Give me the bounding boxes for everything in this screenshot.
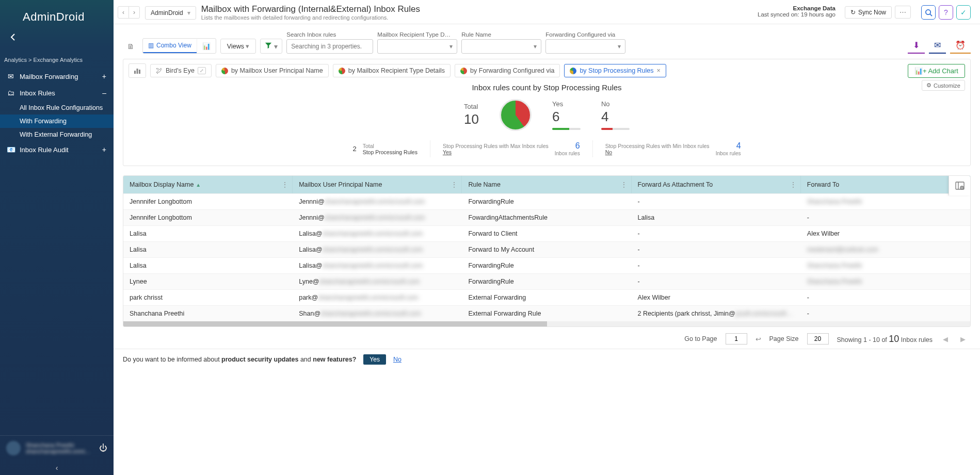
filter2-select[interactable]: ▾ <box>461 39 541 54</box>
bird-icon: 🕊 <box>156 67 163 74</box>
sync-icon: ↻ <box>850 9 856 16</box>
expand-icon[interactable]: + <box>102 72 106 80</box>
nav-icon: 📧 <box>6 145 15 154</box>
table-column-header[interactable]: Forward As Attachment To⋮ <box>632 176 801 193</box>
column-toggle-button[interactable] <box>949 176 970 195</box>
table-column-header[interactable]: Mailbox User Principal Name⋮ <box>293 176 462 193</box>
table-column-header[interactable]: Rule Name⋮ <box>462 176 631 193</box>
expand-icon[interactable]: ⤢ <box>198 67 206 74</box>
cell: Jennni@shanchanapreethi.onmicrosoft.com <box>293 210 462 225</box>
tab-by-stop-processing[interactable]: by Stop Processing Rules × <box>564 64 666 77</box>
cell: Shanchana Preethi <box>801 258 970 273</box>
next-page-button[interactable]: ▶ <box>958 335 968 343</box>
goto-page-input[interactable] <box>726 333 747 345</box>
filter-button[interactable]: ▾ <box>260 39 282 54</box>
cell: Shanchana Preethi <box>801 274 970 289</box>
sidebar-item[interactable]: 🗂Inbox Rules– <box>0 85 114 101</box>
doc-icon-button[interactable]: 🗎 <box>123 39 138 54</box>
cell: Lalisa <box>632 210 801 225</box>
help-icon[interactable]: ? <box>939 5 953 20</box>
column-menu-icon[interactable]: ⋮ <box>790 181 796 188</box>
gear-icon: ⚙ <box>926 82 931 89</box>
svg-line-1 <box>930 14 932 16</box>
tab-by-recipient-type[interactable]: by Mailbox Recipient Type Details <box>333 64 451 77</box>
newsletter-no-link[interactable]: No <box>393 356 401 363</box>
history-forward-button[interactable]: › <box>129 7 139 18</box>
cell: park@shanchanapreethi.onmicrosoft.com <box>293 290 462 305</box>
tab-birds-eye[interactable]: 🕊 Bird's Eye ⤢ <box>150 64 212 77</box>
pie-chart-icon <box>221 68 228 74</box>
table-row[interactable]: Jennnifer LongbottomJennni@shanchanapree… <box>123 193 970 209</box>
check-icon[interactable]: ✓ <box>956 5 971 20</box>
sidebar-item[interactable]: 📧Inbox Rule Audit+ <box>0 141 114 158</box>
sync-now-button[interactable]: ↻ Sync Now <box>845 6 892 19</box>
page-size-input[interactable] <box>807 333 829 345</box>
prev-page-button[interactable]: ◀ <box>941 335 950 343</box>
user-avatar[interactable] <box>6 441 21 455</box>
more-button[interactable]: ⋯ <box>895 6 911 19</box>
sidebar-sub-item[interactable]: With Forwarding <box>0 114 114 128</box>
search-icon[interactable] <box>921 5 936 20</box>
table-header-row: Mailbox Display Name▲⋮Mailbox User Princ… <box>123 176 970 193</box>
search-input[interactable] <box>286 39 373 54</box>
download-button[interactable]: ⬇ <box>908 38 925 54</box>
tab-by-upn[interactable]: by Mailbox User Principal Name <box>216 64 329 77</box>
table-row[interactable]: LalisaLalisa@shanchanapreethi.onmicrosof… <box>123 257 970 273</box>
sidebar-collapse-button[interactable]: ‹ <box>0 461 114 475</box>
newsletter-yes-button[interactable]: Yes <box>363 354 386 365</box>
table-row[interactable]: LalisaLalisa@shanchanapreethi.onmicrosof… <box>123 241 970 257</box>
combo-view-button[interactable]: ▥ Combo View <box>143 39 197 53</box>
table-row[interactable]: Shanchana PreethiShan@shanchanapreethi.o… <box>123 305 970 321</box>
table-row[interactable]: park chrisstpark@shanchanapreethi.onmicr… <box>123 289 970 305</box>
column-menu-icon[interactable]: ⋮ <box>282 181 288 188</box>
chart-yes-value: 6 <box>552 109 581 125</box>
cell: 2 Recipients (park chrisst, Jimin@youth.… <box>632 306 801 321</box>
chart-view-toggle[interactable]: 📊 <box>197 39 216 53</box>
chart-bar-icon-button[interactable] <box>128 63 146 78</box>
breadcrumb-pill[interactable]: AdminDroid ▾ <box>145 6 196 20</box>
close-tab-icon[interactable]: × <box>657 67 661 74</box>
page-title: Mailbox with Forwarding (Internal&Extern… <box>201 4 752 14</box>
filter3-select[interactable]: ▾ <box>545 39 625 54</box>
horizontal-scrollbar[interactable] <box>123 321 970 326</box>
expand-icon[interactable]: + <box>102 145 106 154</box>
schedule-button[interactable]: ⏰ <box>950 38 971 54</box>
cell: - <box>801 306 970 321</box>
nav-icon: 🗂 <box>6 89 15 97</box>
cell: External Forwarding Rule <box>462 306 631 321</box>
customize-button[interactable]: ⚙ Customize <box>922 80 965 91</box>
back-button[interactable] <box>8 32 19 45</box>
cell: Lynee <box>123 274 293 289</box>
filter2-label: Rule Name <box>461 31 541 38</box>
cell: Lalisa <box>123 242 293 257</box>
table-row[interactable]: LyneeLyne@shanchanapreethi.onmicrosoft.c… <box>123 273 970 289</box>
add-chart-button[interactable]: 📊+ Add Chart <box>908 64 965 78</box>
svg-rect-2 <box>134 71 136 74</box>
sidebar-item[interactable]: ✉Mailbox Forwarding+ <box>0 68 114 85</box>
history-back-button[interactable]: ‹ <box>118 7 129 18</box>
table-row[interactable]: LalisaLalisa@shanchanapreethi.onmicrosof… <box>123 225 970 241</box>
nav-label: Inbox Rules <box>20 89 55 97</box>
sidebar-sub-item[interactable]: With External Forwarding <box>0 128 114 141</box>
sidebar-sub-item[interactable]: All Inbox Rule Configurations <box>0 101 114 114</box>
nav-icon: ✉ <box>6 72 15 80</box>
tab-by-fwd-via[interactable]: by Forwarding Configured via <box>455 64 560 77</box>
power-button[interactable]: ⏻ <box>99 444 107 453</box>
showing-text: Showing 1 - 10 of 10 Inbox rules <box>837 334 933 345</box>
chart-no-value: 4 <box>601 109 630 125</box>
table-column-header[interactable]: Mailbox Display Name▲⋮ <box>123 176 293 193</box>
newsletter-prompt: Do you want to be informed about product… <box>123 356 356 363</box>
cell: ForwardingRule <box>462 274 631 289</box>
scroll-thumb[interactable] <box>123 321 547 326</box>
email-button[interactable]: ✉ <box>929 38 946 54</box>
table-row[interactable]: Jennnifer LongbottomJennni@shanchanapree… <box>123 209 970 225</box>
column-menu-icon[interactable]: ⋮ <box>621 181 627 188</box>
cell: Shanchana Preethi <box>123 306 293 321</box>
cell: ForwardingRule <box>462 194 631 209</box>
filter1-select[interactable]: ▾ <box>377 39 457 54</box>
column-menu-icon[interactable]: ⋮ <box>451 181 457 188</box>
views-dropdown[interactable]: Views ▾ <box>220 39 256 54</box>
table-column-header[interactable]: Forward To⋮ <box>801 176 970 193</box>
expand-icon[interactable]: – <box>102 89 106 97</box>
goto-enter-icon[interactable]: ↩ <box>756 335 761 343</box>
